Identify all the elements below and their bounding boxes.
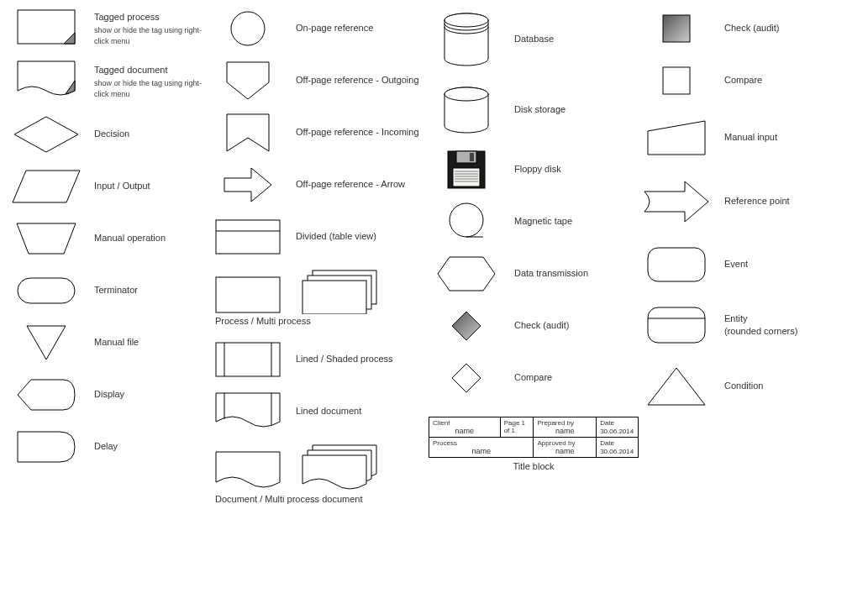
item-doc-multi: Document / Multi process document <box>210 444 429 512</box>
decision-label: Decision <box>94 128 210 140</box>
tagged-process-sub: show or hide the tag using right-click m… <box>94 25 210 46</box>
check-audit-square-icon <box>639 13 714 44</box>
tb-approved-label: Approved by <box>537 439 592 447</box>
ref-point-label: Reference point <box>724 195 849 207</box>
magnetic-tape-icon <box>429 202 504 242</box>
delay-label: Delay <box>94 440 210 453</box>
item-disk-storage: Disk storage <box>429 82 639 138</box>
compare-diamond-icon <box>429 362 504 394</box>
off-page-in-icon <box>210 113 286 153</box>
input-output-label: Input / Output <box>94 180 210 192</box>
item-on-page-ref: On-page reference <box>210 8 429 49</box>
svg-marker-37 <box>438 257 495 291</box>
svg-rect-5 <box>18 278 75 303</box>
item-manual-input: Manual input <box>639 113 849 163</box>
svg-rect-44 <box>648 307 705 343</box>
item-check-audit-3: Check (audit) <box>429 306 639 346</box>
svg-marker-4 <box>17 223 76 254</box>
item-off-page-in: Off-page reference - Incoming <box>210 113 429 153</box>
manual-operation-label: Manual operation <box>94 232 210 244</box>
svg-marker-39 <box>452 364 481 392</box>
compare-square-icon <box>639 66 714 96</box>
off-page-in-label: Off-page reference - Incoming <box>296 126 429 139</box>
magnetic-tape-label: Magnetic tape <box>514 215 639 228</box>
svg-rect-17 <box>216 343 280 376</box>
svg-rect-16 <box>302 281 366 314</box>
off-page-out-label: Off-page reference - Outgoing <box>296 74 429 87</box>
tb-prepared-label: Prepared by <box>537 419 592 427</box>
item-lined-doc: Lined document <box>210 391 429 432</box>
document-icon <box>210 450 286 492</box>
svg-rect-0 <box>18 10 75 44</box>
svg-marker-3 <box>13 171 80 202</box>
lined-doc-label: Lined document <box>296 405 429 417</box>
tb-approved-name: name <box>537 447 592 455</box>
item-magnetic-tape: Magnetic tape <box>429 202 639 242</box>
divided-icon <box>210 218 286 255</box>
column-1: Tagged process show or hide the tag usin… <box>8 8 210 512</box>
process-multi-label: Process / Multi process <box>215 316 429 326</box>
item-entity: Entity (rounded corners) <box>639 301 849 349</box>
title-block-caption: Title block <box>429 461 639 471</box>
event-icon <box>639 246 714 283</box>
tagged-process-label: Tagged process <box>94 11 210 24</box>
off-page-arrow-label: Off-page reference - Arrow <box>296 178 429 191</box>
item-check-audit-4: Check (audit) <box>639 8 849 49</box>
lined-doc-icon <box>210 391 286 432</box>
entity-label: Entity <box>724 312 849 325</box>
lined-shaded-label: Lined / Shaded process <box>296 353 429 365</box>
floppy-disk-icon <box>429 150 504 190</box>
on-page-ref-icon <box>210 10 286 47</box>
svg-rect-29 <box>453 168 480 186</box>
item-manual-file: Manual file <box>8 323 210 363</box>
item-delay: Delay <box>8 427 210 467</box>
item-compare-3: Compare <box>429 358 639 398</box>
compare-3-label: Compare <box>514 371 639 384</box>
svg-rect-28 <box>470 153 474 161</box>
condition-label: Condition <box>724 380 849 392</box>
database-label: Database <box>514 33 639 45</box>
item-data-transmission: Data transmission <box>429 254 639 294</box>
divided-label: Divided (table view) <box>296 230 429 243</box>
item-ref-point: Reference point <box>639 175 849 228</box>
shape-grid: Tagged process show or hide the tag usin… <box>8 8 860 512</box>
svg-rect-13 <box>216 277 280 312</box>
ref-point-icon <box>639 180 714 223</box>
item-floppy-disk: Floppy disk <box>429 150 639 190</box>
tagged-document-icon <box>8 60 84 102</box>
display-label: Display <box>94 388 210 401</box>
tagged-process-icon <box>8 9 84 48</box>
data-transmission-icon <box>429 255 504 292</box>
item-off-page-out: Off-page reference - Outgoing <box>210 60 429 101</box>
svg-marker-42 <box>648 121 705 155</box>
tb-process-name: name <box>433 447 529 455</box>
svg-point-7 <box>231 12 265 45</box>
data-transmission-label: Data transmission <box>514 267 639 280</box>
input-output-icon <box>8 169 84 204</box>
floppy-disk-label: Floppy disk <box>514 163 639 176</box>
svg-rect-43 <box>648 248 705 281</box>
multi-document-icon <box>301 444 378 492</box>
title-block: Client name Page 1 of 1 Prepared by name <box>429 417 639 471</box>
tagged-document-sub: show or hide the tag using right-click m… <box>94 78 210 99</box>
item-off-page-arrow: Off-page reference - Arrow <box>210 165 429 205</box>
multi-process-icon <box>301 269 378 314</box>
item-input-output: Input / Output <box>8 166 210 207</box>
svg-marker-2 <box>14 117 78 152</box>
column-2: On-page reference Off-page reference - O… <box>210 8 429 512</box>
tb-process-label: Process <box>433 439 529 447</box>
decision-icon <box>8 115 84 154</box>
on-page-ref-label: On-page reference <box>296 22 429 34</box>
item-divided: Divided (table view) <box>210 217 429 257</box>
process-icon <box>210 276 286 314</box>
manual-file-icon <box>8 324 84 361</box>
compare-4-label: Compare <box>724 74 849 87</box>
database-icon <box>429 12 504 67</box>
item-lined-shaded: Lined / Shaded process <box>210 339 429 380</box>
tb-date1: 30.06.2014 <box>600 428 634 435</box>
item-tagged-process: Tagged process show or hide the tag usin… <box>8 8 210 49</box>
item-condition: Condition <box>639 361 849 412</box>
entity-icon <box>639 306 714 344</box>
column-4: Check (audit) Compare Manual input Refer… <box>639 8 849 512</box>
disk-storage-label: Disk storage <box>514 103 639 116</box>
